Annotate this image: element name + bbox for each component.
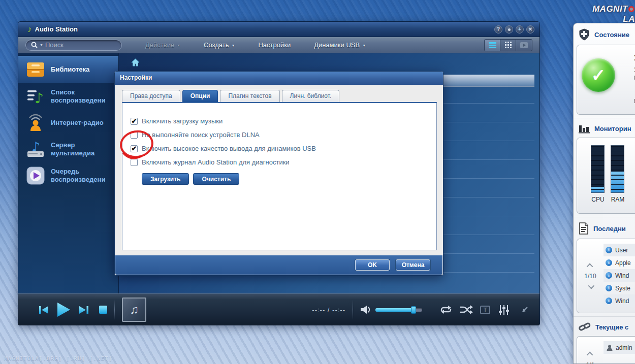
equalizer-button[interactable] [498,305,510,315]
volume-fill [375,308,412,312]
close-button[interactable]: ✕ [526,25,534,34]
stop-icon [99,306,107,314]
window-controls: ? + ✕ [494,25,534,34]
log-row[interactable]: iWind [604,269,635,282]
sidebar-item-playlist[interactable]: ♪ Список воспроизведени [18,83,118,110]
info-icon: i [606,285,612,291]
repeat-button[interactable] [439,305,453,314]
checkbox-checked[interactable]: ✔ [131,145,138,152]
checkbox-unchecked[interactable] [131,159,138,166]
info-icon: i [606,259,612,266]
menu-usb-speakers[interactable]: Динамики USB▼ [314,41,366,49]
site-watermark: MAGNITOLA[.ORG] [.RU] [.NET] [4,355,112,362]
option-enable-music-download[interactable]: ✔ Включить загрузку музыки [131,114,436,128]
connection-row[interactable]: admin [604,341,635,354]
checkbox-checked[interactable]: ✔ [131,118,138,125]
shield-icon [579,28,590,41]
bar-chart-icon [579,123,590,134]
page-up-icon[interactable] [586,263,593,270]
sidebar-item-library[interactable]: Библиотека [18,56,118,83]
tab-lyrics-plugin[interactable]: Плагин текстов [220,90,279,103]
link-icon [579,322,591,332]
page-up-icon[interactable] [586,352,593,358]
grid-view-icon [505,42,512,48]
home-icon[interactable] [131,58,140,67]
toolbar: ▼ Поиск Действие▼ Создать▼ Настройки Дин… [18,37,539,53]
menu-create[interactable]: Создать▼ [204,41,235,49]
help-button[interactable]: ? [494,25,502,34]
cancel-button[interactable]: Отмена [396,259,430,271]
section-title: Последни [593,225,626,233]
meter-segments [591,146,604,192]
play-button[interactable] [57,302,71,317]
clear-log-button[interactable]: Очистить [193,173,239,185]
window-titlebar[interactable]: ♪ Audio Station ? + ✕ [18,22,539,37]
info-icon: i [606,297,612,304]
previous-button[interactable] [39,306,49,314]
play-icon [57,302,71,317]
playback-time: --:-- / --:-- [312,306,345,314]
log-row[interactable]: iSyste [604,282,635,294]
tab-personal-library[interactable]: Личн. библиот. [282,90,340,103]
option-disable-dlna-search[interactable]: Не выполняйте поиск устройств DLNA [131,128,436,142]
dialog-footer: OK Отмена [115,255,442,275]
search-input[interactable]: ▼ Поиск [25,40,122,51]
connections-card: admin 1/1 [577,336,635,364]
view-toggle [484,39,532,51]
player-view-button [516,40,532,51]
shuffle-button[interactable] [460,305,473,314]
chevron-down-icon: ▼ [177,43,180,47]
page-down-icon[interactable] [588,282,594,289]
play-queue-icon [25,166,46,186]
sidebar-item-play-queue[interactable]: Очередь воспроизведени [18,162,118,189]
search-scope-arrow-icon: ▼ [40,43,43,47]
resource-monitor-card: CPU RAM [577,138,635,214]
volume-slider[interactable] [375,308,422,312]
chevron-down-icon: ▼ [232,43,235,47]
info-icon: i [606,272,612,279]
ram-label: RAM [608,196,628,203]
monitor-section-header: Мониторин [574,118,635,138]
speaker-icon [360,305,371,314]
sidebar-item-media-server[interactable]: ♪ Сервер мультимедиа [18,136,118,162]
page-indicator: 1/1 [586,361,595,364]
tab-permissions[interactable]: Права доступа [122,90,180,103]
volume-button[interactable] [360,305,371,314]
next-button[interactable] [79,306,89,314]
media-server-icon: ♪ [25,139,46,159]
tab-options[interactable]: Опции [182,90,218,103]
log-list: iUser iApple iWind iSyste iWind [604,244,635,307]
play-view-icon [520,42,528,48]
info-icon: i [606,247,612,253]
option-enable-diagnostics-log[interactable]: Включить журнал Audio Station для диагно… [131,155,436,169]
cpu-label: CPU [588,196,608,203]
maximize-button[interactable]: + [516,25,524,34]
collapse-icon [521,306,528,313]
log-row[interactable]: iUser [604,244,635,256]
log-row[interactable]: iWind [604,294,635,307]
pin-button[interactable] [505,25,513,34]
status-ok-icon: ✓ [582,58,615,92]
system-health-panel: Состояние ✓ Х У р В Мониторин CPU RAM По… [573,23,635,364]
divider [353,300,353,320]
grid-view-button[interactable] [500,40,516,51]
library-icon [25,59,46,80]
stop-button[interactable] [99,306,107,314]
section-title: Мониторин [594,125,631,133]
menu-settings[interactable]: Настройки [258,41,291,49]
checkbox-unchecked[interactable] [131,131,138,139]
collapse-button[interactable] [521,306,528,313]
next-icon [79,306,89,314]
sidebar-item-internet-radio[interactable]: Интернет-радио [18,110,118,136]
download-log-button[interactable]: Загрузить [142,173,189,185]
menu-action: Действие▼ [145,41,180,49]
volume-handle[interactable] [411,306,416,314]
sidebar-item-label: Список воспроизведени [51,88,116,105]
list-view-button[interactable] [485,40,500,51]
cpu-meter [591,145,605,193]
shuffle-icon [460,305,473,314]
log-row[interactable]: iApple [604,256,635,269]
ok-button[interactable]: OK [355,259,390,271]
dialog-titlebar[interactable]: Настройки [115,72,443,85]
option-usb-high-quality[interactable]: ✔ Включить высокое качество вывода для д… [131,142,436,155]
